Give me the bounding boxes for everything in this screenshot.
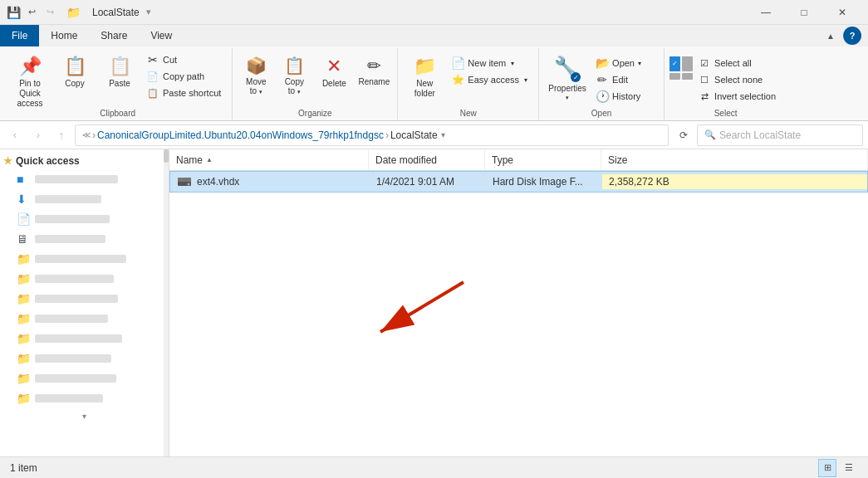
- ribbon-controls: ▲ ?: [821, 27, 868, 45]
- title-dropdown-icon[interactable]: ▾: [146, 7, 151, 17]
- quick-access-header[interactable]: ★ Quick access: [0, 153, 169, 169]
- clipboard-buttons: 📌 Pin to Quick access 📋 Copy 📋 Paste ✂ C…: [8, 48, 227, 109]
- item-count: 1 item: [10, 462, 37, 474]
- paste-shortcut-icon: 📋: [146, 88, 159, 99]
- copy-path-icon: 📄: [146, 71, 159, 82]
- open-small-group: 📂 Open ▾ ✏ Edit 🕐 History: [592, 51, 659, 105]
- easy-access-dropdown-icon: ▾: [524, 76, 527, 84]
- redo-icon[interactable]: ↪: [43, 6, 56, 19]
- paste-shortcut-button[interactable]: 📋 Paste shortcut: [143, 85, 227, 101]
- sidebar-item-9[interactable]: 📁: [0, 349, 169, 368]
- new-item-icon: 📄: [451, 56, 464, 70]
- list-view-button[interactable]: ☰: [840, 459, 858, 477]
- sidebar-item-5[interactable]: 📁: [0, 269, 169, 289]
- maximize-button[interactable]: □: [785, 0, 823, 25]
- tab-view[interactable]: View: [139, 25, 184, 46]
- statusbar: 1 item ⊞ ☰: [0, 456, 868, 478]
- forward-button[interactable]: ›: [28, 125, 48, 145]
- svg-line-4: [380, 282, 463, 332]
- sidebar-item-0-icon: ■: [17, 173, 32, 186]
- cut-button[interactable]: ✂ Cut: [143, 51, 227, 68]
- sidebar-item-7[interactable]: 📁: [0, 309, 169, 329]
- copy-to-button[interactable]: 📋 Copyto ▾: [276, 51, 312, 106]
- title-folder-icon: 📁: [66, 6, 81, 19]
- minimize-button[interactable]: —: [747, 0, 785, 25]
- sidebar-item-11[interactable]: 📁: [0, 388, 169, 408]
- copy-button[interactable]: 📋 Copy: [53, 51, 96, 106]
- select-all-button[interactable]: ☑ Select all: [694, 55, 782, 71]
- ribbon-collapse-button[interactable]: ▲: [821, 27, 840, 45]
- annotation-arrow: [339, 274, 505, 398]
- file-date-ext4vhdx: 1/4/2021 9:01 AM: [370, 174, 486, 189]
- path-part-parent[interactable]: CanonicalGroupLimited.Ubuntu20.04onWindo…: [97, 129, 384, 141]
- sidebar-item-1[interactable]: ⬇: [0, 189, 169, 209]
- sidebar-item-10[interactable]: 📁: [0, 368, 169, 388]
- tab-file[interactable]: File: [0, 25, 39, 46]
- sidebar-scroll-up[interactable]: [164, 149, 169, 163]
- tab-share[interactable]: Share: [89, 25, 139, 46]
- col-header-date[interactable]: Date modified: [369, 149, 485, 170]
- move-to-button[interactable]: 📦 Moveto ▾: [238, 51, 274, 106]
- search-icon: 🔍: [704, 129, 716, 140]
- sidebar-item-2-icon: 📄: [17, 212, 32, 226]
- sidebar-item-8[interactable]: 📁: [0, 329, 169, 349]
- file-area: Name ▲ Date modified Type Size: [169, 149, 868, 473]
- file-header: Name ▲ Date modified Type Size: [169, 149, 868, 171]
- save-icon[interactable]: 💾: [7, 6, 20, 19]
- col-header-name[interactable]: Name ▲: [169, 149, 369, 170]
- new-buttons: 📁 Newfolder 📄 New item ▾ ⭐ Easy access ▾: [403, 48, 533, 109]
- undo-icon[interactable]: ↩: [25, 6, 38, 19]
- close-button[interactable]: ✕: [823, 0, 861, 25]
- copy-path-button[interactable]: 📄 Copy path: [143, 68, 227, 85]
- sidebar-item-6[interactable]: 📁: [0, 289, 169, 309]
- titlebar: 💾 ↩ ↪ 📁 LocalState ▾ — □ ✕: [0, 0, 868, 25]
- sidebar-item-4[interactable]: 📁: [0, 249, 169, 269]
- file-row-ext4vhdx[interactable]: ext4.vhdx 1/4/2021 9:01 AM Hard Disk Ima…: [169, 171, 868, 193]
- sidebar-item-8-icon: 📁: [17, 332, 32, 345]
- delete-button[interactable]: ✕ Delete: [314, 51, 354, 106]
- tab-home[interactable]: Home: [39, 25, 89, 46]
- delete-icon: ✕: [326, 56, 341, 77]
- col-header-size[interactable]: Size: [601, 149, 868, 170]
- select-label: Select: [669, 109, 782, 120]
- sidebar-item-2[interactable]: 📄: [0, 209, 169, 229]
- sidebar-item-0[interactable]: ■: [0, 169, 169, 189]
- select-all-icon: ☑: [698, 58, 711, 69]
- address-path[interactable]: ≪ › CanonicalGroupLimited.Ubuntu20.04onW…: [75, 124, 669, 146]
- select-none-button[interactable]: ☐ Select none: [694, 71, 782, 88]
- sidebar-scrollbar[interactable]: [164, 149, 169, 473]
- sidebar-item-3-icon: 🖥: [17, 232, 32, 246]
- path-part-current[interactable]: LocalState: [390, 129, 438, 141]
- edit-button[interactable]: ✏ Edit: [592, 71, 659, 88]
- sidebar: ★ Quick access ■ ⬇ 📄 🖥 📁: [0, 149, 169, 473]
- history-button[interactable]: 🕐 History: [592, 88, 659, 105]
- col-header-type[interactable]: Type: [485, 149, 601, 170]
- paste-button[interactable]: 📋 Paste: [98, 51, 141, 106]
- ribbon-tabs: File Home Share View ▲ ?: [0, 25, 868, 46]
- back-button[interactable]: ‹: [5, 125, 25, 145]
- properties-button[interactable]: 🔧 ✓ Properties ▾: [544, 51, 591, 106]
- copy-to-icon: 📋: [284, 56, 305, 76]
- open-buttons: 🔧 ✓ Properties ▾ 📂 Open ▾ ✏ Edit 🕐: [544, 48, 659, 109]
- file-name-ext4vhdx: ext4.vhdx: [170, 174, 370, 189]
- new-folder-button[interactable]: 📁 Newfolder: [403, 51, 446, 106]
- grid-view-button[interactable]: ⊞: [818, 459, 836, 477]
- file-size-ext4vhdx: 2,358,272 KB: [602, 174, 867, 189]
- open-button[interactable]: 📂 Open ▾: [592, 55, 659, 71]
- sidebar-item-3-label: [35, 235, 105, 243]
- help-button[interactable]: ?: [843, 27, 861, 45]
- new-item-button[interactable]: 📄 New item ▾: [448, 55, 533, 71]
- up-button[interactable]: ↑: [51, 125, 71, 145]
- easy-access-button[interactable]: ⭐ Easy access ▾: [448, 71, 533, 88]
- svg-rect-1: [178, 178, 191, 182]
- search-box[interactable]: 🔍 Search LocalState: [697, 124, 863, 146]
- refresh-button[interactable]: ⟳: [674, 125, 694, 145]
- sidebar-item-3[interactable]: 🖥: [0, 229, 169, 249]
- select-large-icon: ✓: [669, 51, 693, 80]
- new-small-group: 📄 New item ▾ ⭐ Easy access ▾: [448, 51, 533, 88]
- pin-to-quick-access-button[interactable]: 📌 Pin to Quick access: [8, 51, 51, 106]
- rename-button[interactable]: ✏ Rename: [356, 51, 392, 106]
- invert-selection-button[interactable]: ⇄ Invert selection: [694, 88, 782, 105]
- invert-icon: ⇄: [698, 91, 711, 102]
- path-dropdown-icon[interactable]: ▾: [441, 130, 445, 139]
